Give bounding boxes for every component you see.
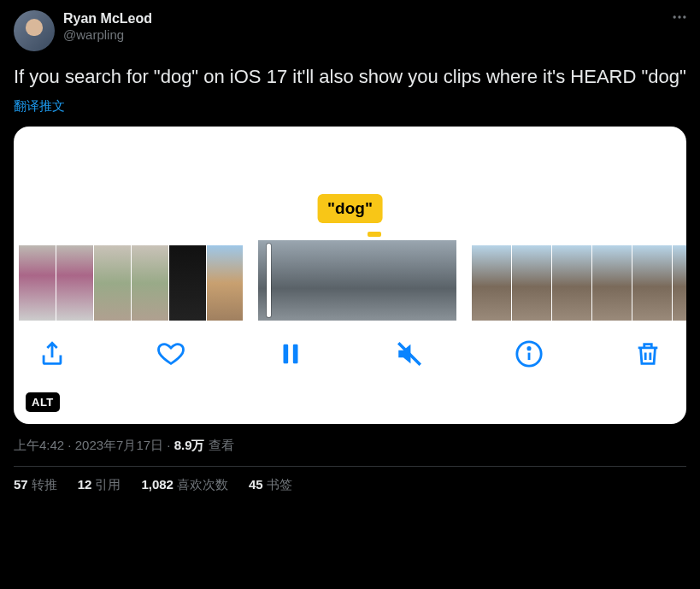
display-name: Ryan McLeod	[63, 10, 152, 27]
thumbnail	[308, 240, 357, 321]
svg-point-1	[678, 15, 680, 18]
views-label: 查看	[205, 438, 234, 452]
thumbnail	[94, 245, 131, 321]
media-top-area: "dog"	[14, 127, 686, 240]
thumbnail	[632, 245, 672, 321]
media-attachment[interactable]: "dog"	[14, 127, 686, 424]
thumbnail	[552, 245, 591, 321]
clip-group-2-active[interactable]	[258, 240, 456, 321]
like-button[interactable]	[156, 339, 185, 368]
views-count: 8.9万	[174, 438, 205, 452]
thumbnail	[673, 245, 686, 321]
thumbnail	[19, 245, 56, 321]
thumbnail	[592, 245, 632, 321]
tweet-container: Ryan McLeod @warpling If you search for …	[0, 0, 700, 504]
quotes-stat[interactable]: 12引用	[78, 477, 121, 493]
share-button[interactable]	[38, 339, 67, 368]
tweet-time[interactable]: 上午4:42	[14, 438, 64, 452]
thumbnail	[357, 240, 407, 321]
timeline-marker	[368, 232, 381, 237]
divider	[14, 466, 686, 467]
thumbnail	[132, 245, 168, 321]
tweet-text: If you search for "dog" on iOS 17 it'll …	[14, 65, 686, 90]
pause-icon	[276, 339, 305, 368]
playhead[interactable]	[267, 244, 271, 317]
tweet-meta: 上午4:42 · 2023年7月17日 · 8.9万 查看	[14, 438, 686, 454]
alt-badge[interactable]: ALT	[26, 392, 60, 412]
info-button[interactable]	[515, 339, 544, 368]
trash-icon	[633, 339, 662, 368]
media-controls	[14, 321, 686, 368]
clip-group-3[interactable]	[472, 245, 686, 321]
thumbnail	[512, 245, 551, 321]
author-handle: @warpling	[63, 27, 152, 44]
info-icon	[515, 339, 544, 368]
heart-icon	[156, 339, 185, 368]
search-token-label: "dog"	[317, 194, 383, 223]
svg-point-8	[527, 347, 529, 349]
tweet-header: Ryan McLeod @warpling	[14, 10, 686, 51]
tweet-date[interactable]: 2023年7月17日	[75, 438, 163, 452]
clip-group-1[interactable]	[19, 245, 243, 321]
avatar[interactable]	[14, 10, 55, 51]
thumbnail	[472, 245, 511, 321]
thumbnail	[169, 245, 206, 321]
tweet-stats: 57转推 12引用 1,082喜欢次数 45书签	[14, 477, 686, 493]
more-button[interactable]	[671, 9, 688, 29]
thumbnail	[258, 240, 308, 321]
bookmarks-stat[interactable]: 45书签	[249, 477, 292, 493]
delete-button[interactable]	[633, 339, 662, 368]
video-timeline[interactable]	[14, 240, 686, 321]
thumbnail	[207, 245, 243, 321]
svg-point-0	[674, 15, 676, 18]
author-names[interactable]: Ryan McLeod @warpling	[63, 10, 152, 44]
mute-icon	[395, 339, 424, 368]
svg-rect-3	[283, 344, 288, 363]
mute-button[interactable]	[395, 339, 424, 368]
likes-stat[interactable]: 1,082喜欢次数	[141, 477, 228, 493]
share-icon	[38, 339, 67, 368]
svg-rect-4	[293, 344, 298, 363]
pause-button[interactable]	[276, 339, 305, 368]
retweets-stat[interactable]: 57转推	[14, 477, 57, 493]
translate-link[interactable]: 翻译推文	[14, 98, 65, 115]
thumbnail	[407, 240, 456, 321]
svg-point-2	[683, 15, 685, 18]
thumbnail	[56, 245, 93, 321]
more-icon	[671, 9, 688, 26]
